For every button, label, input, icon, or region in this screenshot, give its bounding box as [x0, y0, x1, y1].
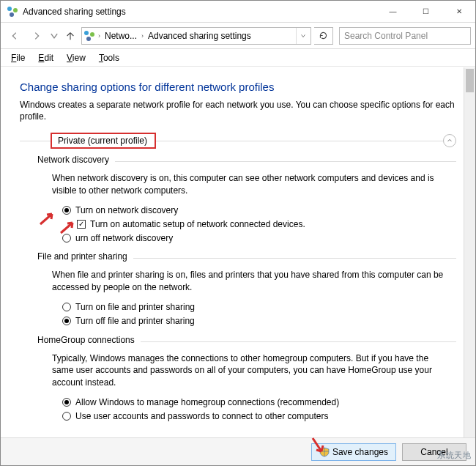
group-network-discovery: Network discovery: [37, 155, 456, 168]
save-changes-button[interactable]: Save changes: [311, 443, 396, 461]
back-button[interactable]: [5, 26, 24, 45]
radio-label: Turn on network discovery: [75, 204, 178, 217]
window-controls: — ☐ ✕: [376, 1, 475, 22]
refresh-button[interactable]: [314, 27, 333, 45]
breadcrumb-current[interactable]: Advanced sharing settings: [146, 31, 253, 41]
page-subtext: Windows creates a separate network profi…: [20, 99, 456, 122]
group-title: Network discovery: [37, 155, 115, 165]
radio-label: urn off network discovery: [75, 232, 173, 245]
address-bar[interactable]: › Netwo... › Advanced sharing settings: [81, 27, 311, 45]
address-dropdown[interactable]: [296, 28, 309, 44]
breadcrumb-chevron[interactable]: ›: [97, 32, 102, 40]
menu-view[interactable]: View: [61, 51, 92, 64]
radio-turn-on-discovery[interactable]: Turn on network discovery: [62, 204, 447, 217]
radio-allow-windows-manage[interactable]: Allow Windows to manage homegroup connec…: [62, 396, 447, 409]
radio-icon: [62, 398, 71, 407]
network-sharing-icon: [7, 6, 18, 18]
collapse-button[interactable]: [443, 134, 456, 147]
svg-point-5: [86, 37, 91, 41]
svg-point-4: [90, 32, 94, 37]
group-description: Typically, Windows manages the connectio…: [52, 352, 447, 389]
profile-label: Private (current profile): [51, 133, 156, 149]
group-description: When network discovery is on, this compu…: [52, 172, 447, 197]
profile-section-header: Private (current profile): [20, 133, 456, 149]
shield-icon: [319, 447, 330, 457]
svg-point-3: [84, 31, 89, 35]
recent-dropdown[interactable]: [49, 26, 59, 45]
navigation-bar: › Netwo... › Advanced sharing settings: [1, 23, 475, 49]
group-homegroup: HomeGroup connections: [37, 335, 456, 348]
content-area: Change sharing options for different net…: [1, 67, 475, 437]
menu-edit[interactable]: Edit: [32, 51, 59, 64]
radio-icon: [62, 206, 71, 215]
radio-label: Allow Windows to manage homegroup connec…: [75, 396, 339, 409]
close-button[interactable]: ✕: [442, 1, 475, 22]
network-sharing-icon: [83, 30, 95, 42]
radio-label: Turn on file and printer sharing: [75, 301, 195, 314]
titlebar: Advanced sharing settings — ☐ ✕: [1, 1, 475, 23]
up-button[interactable]: [62, 26, 78, 45]
group-file-printer-sharing: File and printer sharing: [37, 251, 456, 265]
group-title: File and printer sharing: [37, 251, 133, 262]
search-input[interactable]: [344, 31, 466, 41]
radio-icon: [62, 303, 71, 311]
page-heading: Change sharing options for different net…: [20, 81, 456, 93]
radio-use-user-accounts[interactable]: Use user accounts and passwords to conne…: [62, 410, 447, 423]
checkbox-auto-setup[interactable]: Turn on automatic setup of network conne…: [77, 218, 447, 231]
forward-button[interactable]: [27, 26, 46, 45]
radio-turn-on-file-sharing[interactable]: Turn on file and printer sharing: [62, 301, 447, 314]
scrollbar-thumb[interactable]: [466, 69, 474, 92]
radio-turn-off-discovery[interactable]: urn off network discovery: [62, 232, 447, 245]
button-label: Save changes: [332, 447, 388, 457]
svg-point-0: [7, 7, 12, 11]
radio-icon: [62, 317, 71, 325]
maximize-button[interactable]: ☐: [409, 1, 442, 22]
breadcrumb-network[interactable]: Netwo...: [103, 31, 138, 41]
radio-icon: [62, 412, 71, 421]
menu-bar: File Edit View Tools: [1, 49, 475, 67]
svg-point-1: [13, 8, 18, 12]
minimize-button[interactable]: —: [376, 1, 409, 22]
scrollbar[interactable]: [464, 67, 475, 437]
radio-label: Turn off file and printer sharing: [75, 315, 195, 328]
breadcrumb-chevron[interactable]: ›: [140, 32, 145, 40]
menu-tools[interactable]: Tools: [93, 51, 125, 64]
footer: Save changes Cancel: [1, 437, 475, 465]
radio-icon: [62, 234, 71, 243]
watermark: 系统天地: [437, 450, 471, 461]
group-description: When file and printer sharing is on, fil…: [52, 269, 447, 294]
checkbox-icon: [77, 220, 86, 229]
radio-label: Use user accounts and passwords to conne…: [75, 410, 329, 423]
svg-point-2: [10, 12, 14, 17]
window-title: Advanced sharing settings: [23, 7, 126, 17]
search-box[interactable]: [339, 27, 471, 45]
radio-turn-off-file-sharing[interactable]: Turn off file and printer sharing: [62, 315, 447, 328]
checkbox-label: Turn on automatic setup of network conne…: [90, 218, 305, 231]
menu-file[interactable]: File: [5, 51, 31, 64]
group-title: HomeGroup connections: [37, 335, 141, 345]
